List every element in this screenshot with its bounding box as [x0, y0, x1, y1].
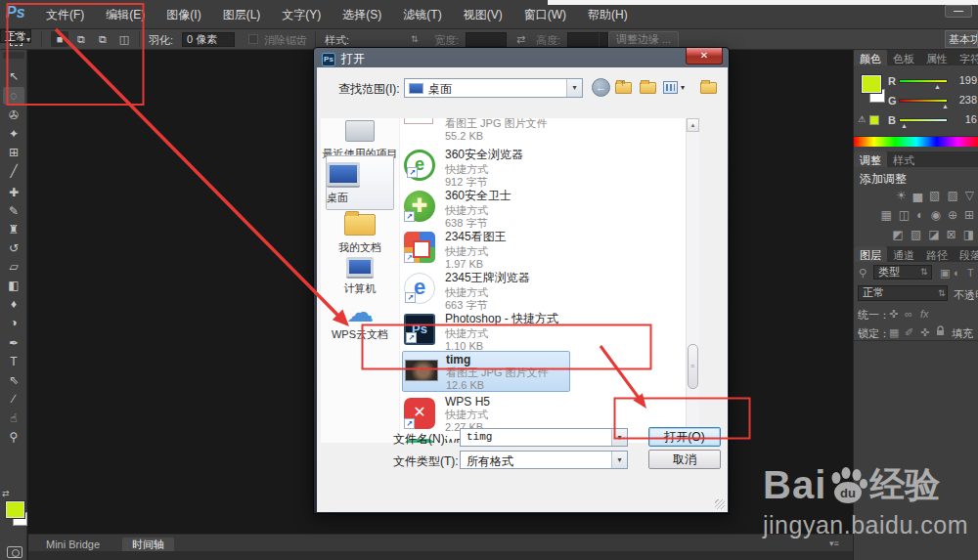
menu-image[interactable]: 图像(I): [156, 0, 211, 29]
magic-wand-tool[interactable]: ✦: [3, 125, 24, 143]
black-white-icon[interactable]: ◐: [916, 208, 923, 222]
filetype-dropdown-arrow[interactable]: ▾: [611, 452, 627, 468]
tab-color[interactable]: 颜色: [854, 50, 887, 65]
tab-swatches[interactable]: 色板: [887, 50, 920, 65]
workspace-switcher-button[interactable]: 基本功: [945, 30, 978, 48]
tab-paths[interactable]: 路径: [920, 246, 954, 262]
height-input[interactable]: [567, 32, 608, 47]
panel-menu-icon[interactable]: ▾≡: [829, 538, 839, 548]
place-computer[interactable]: 计算机: [321, 257, 399, 296]
posterize-icon[interactable]: ▧: [911, 228, 921, 241]
feather-input[interactable]: 0 像素: [182, 32, 235, 47]
menu-edit[interactable]: 编辑(E): [95, 0, 156, 29]
tab-character[interactable]: 字符: [954, 50, 978, 65]
healing-brush-tool[interactable]: ✚: [3, 184, 24, 201]
move-tool[interactable]: ↖: [3, 67, 24, 85]
menu-type[interactable]: 文字(Y): [271, 0, 332, 29]
color-lookup-icon[interactable]: ⊞: [964, 208, 974, 222]
look-in-dropdown[interactable]: 桌面 ▾: [404, 78, 583, 98]
panel-collapse-handle[interactable]: [3, 52, 24, 59]
place-documents[interactable]: 我的文档: [321, 214, 399, 255]
lock-all-icon[interactable]: [936, 325, 945, 338]
dialog-close-button[interactable]: ✕: [686, 48, 723, 65]
subtract-selection-mode-icon[interactable]: ⧉: [94, 31, 111, 47]
eyedropper-tool[interactable]: ╱: [3, 162, 24, 180]
gamut-warning-icon[interactable]: ⚠: [858, 114, 866, 124]
blue-value[interactable]: 16: [965, 113, 977, 125]
antialias-checkbox[interactable]: [248, 34, 258, 44]
channel-mixer-icon[interactable]: ⊕: [948, 208, 957, 222]
brush-tool[interactable]: ✎: [3, 202, 24, 220]
lock-transparency-icon[interactable]: ▦: [889, 326, 899, 339]
curves-icon[interactable]: ▧: [929, 189, 940, 202]
file-item-360-browser[interactable]: e↗ 360安全浏览器 快捷方式 912 字节: [402, 146, 682, 187]
blur-tool[interactable]: ♦: [3, 295, 24, 313]
photo-filter-icon[interactable]: ◉: [930, 208, 940, 222]
panel-foreground-swatch[interactable]: [862, 75, 881, 93]
look-in-dropdown-arrow[interactable]: ▾: [566, 79, 582, 97]
unify-position-icon[interactable]: ✜: [889, 308, 898, 321]
intersect-selection-mode-icon[interactable]: ◫: [115, 31, 133, 47]
color-balance-icon[interactable]: ◫: [899, 208, 910, 222]
new-selection-mode-icon[interactable]: ■: [51, 31, 68, 47]
menu-select[interactable]: 选择(S): [332, 0, 392, 29]
menu-view[interactable]: 视图(V): [453, 0, 513, 29]
layer-filter-search-icon[interactable]: ⚲: [859, 267, 867, 280]
crop-tool[interactable]: ⊞: [3, 144, 24, 161]
unify-fx-icon[interactable]: fx: [920, 308, 929, 320]
file-item-2345-browser[interactable]: e↗ 2345王牌浏览器 快捷方式 663 字节: [402, 269, 682, 310]
path-selection-tool[interactable]: ⇖: [3, 371, 24, 389]
favorites-folder-icon[interactable]: [700, 82, 717, 94]
resize-grip[interactable]: [715, 499, 725, 509]
line-tool[interactable]: ∕: [3, 390, 24, 408]
tab-paragraph[interactable]: 段落: [954, 246, 978, 262]
levels-icon[interactable]: ▅: [913, 189, 922, 202]
swap-dimensions-icon[interactable]: ⇄: [516, 33, 525, 46]
foreground-color-swatch[interactable]: [6, 501, 24, 518]
menu-layer[interactable]: 图层(L): [212, 0, 272, 29]
menu-file[interactable]: 文件(F): [35, 0, 95, 29]
view-menu-icon[interactable]: [663, 81, 678, 94]
view-menu-arrow[interactable]: ▾: [681, 83, 685, 92]
filter-pixel-layers-icon[interactable]: ▣: [940, 267, 950, 280]
filter-type-layers-icon[interactable]: T: [967, 267, 974, 279]
tab-adjustments[interactable]: 调整: [854, 151, 887, 167]
swap-colors-icon[interactable]: ⇄: [2, 489, 10, 498]
lock-position-icon[interactable]: ✜: [920, 326, 929, 339]
vibrance-icon[interactable]: ▽: [965, 189, 974, 202]
green-slider-thumb[interactable]: ▲: [942, 103, 949, 109]
zoom-tool[interactable]: ⚲: [3, 428, 24, 446]
file-item-360-safe[interactable]: ✚↗ 360安全卫士 快捷方式 638 字节: [402, 187, 682, 228]
dodge-tool[interactable]: ◑: [3, 314, 24, 331]
tab-styles[interactable]: 样式: [887, 151, 920, 167]
scrollbar-thumb[interactable]: ≡: [688, 344, 698, 389]
red-value[interactable]: 199: [959, 74, 977, 86]
add-selection-mode-icon[interactable]: ⧉: [72, 31, 90, 47]
tab-properties[interactable]: 属性: [920, 50, 954, 65]
clone-stamp-tool[interactable]: ♜: [3, 221, 24, 238]
file-item-timg-selected[interactable]: timg 看图王 JPG 图片文件 12.6 KB: [402, 351, 570, 392]
green-slider[interactable]: [899, 99, 948, 103]
hand-tool[interactable]: ☝: [3, 409, 24, 427]
scroll-up-button[interactable]: ▲: [687, 118, 699, 132]
width-input[interactable]: [466, 32, 507, 47]
cancel-button[interactable]: 取消: [648, 450, 721, 469]
new-folder-icon[interactable]: [640, 82, 656, 94]
elliptical-marquee-tool[interactable]: ◌: [3, 87, 24, 105]
tab-layers[interactable]: 图层: [854, 246, 887, 262]
filename-combo[interactable]: timg ▾: [460, 428, 628, 447]
blend-mode-dropdown[interactable]: 正常: [858, 285, 948, 301]
green-value[interactable]: 238: [959, 94, 977, 106]
file-list-scrollbar[interactable]: ▲ ≡ ▼: [686, 118, 699, 443]
unify-visibility-icon[interactable]: ∞: [905, 308, 912, 320]
quick-mask-icon[interactable]: [7, 546, 22, 558]
gamut-swatch[interactable]: [869, 115, 879, 125]
color-spectrum-ramp[interactable]: [854, 136, 978, 147]
red-slider-thumb[interactable]: ▲: [934, 83, 941, 90]
open-button[interactable]: 打开(O): [648, 427, 721, 447]
threshold-icon[interactable]: ◪: [928, 228, 939, 241]
place-wps-cloud[interactable]: ☁ WPS云文档: [321, 300, 399, 342]
eraser-tool[interactable]: ▱: [3, 258, 24, 276]
history-brush-tool[interactable]: ↺: [3, 239, 24, 257]
minimize-button[interactable]: —: [945, 5, 972, 18]
